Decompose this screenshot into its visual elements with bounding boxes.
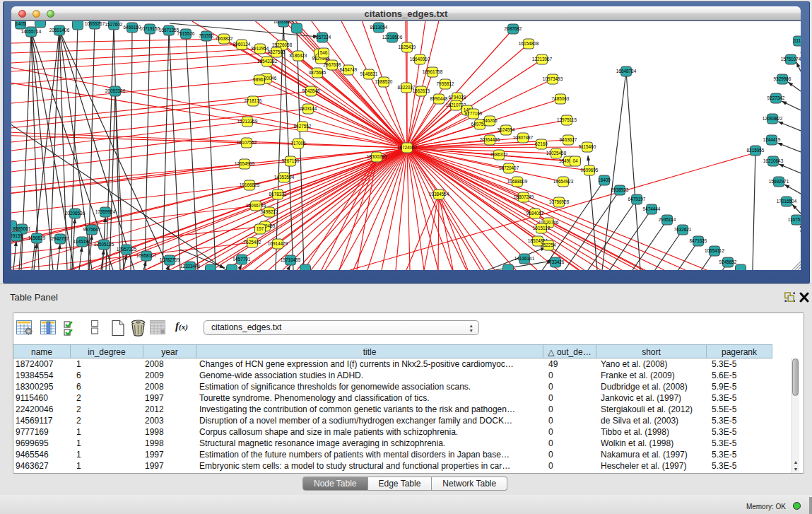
svg-text:1615112: 1615112 xyxy=(533,226,551,230)
svg-text:9242848: 9242848 xyxy=(302,88,320,93)
svg-text:3624554: 3624554 xyxy=(498,127,515,132)
svg-text:3875685: 3875685 xyxy=(309,70,326,75)
svg-text:98961: 98961 xyxy=(253,77,266,82)
svg-text:751552: 751552 xyxy=(199,33,214,38)
svg-text:12213967: 12213967 xyxy=(532,57,553,62)
svg-text:2803144: 2803144 xyxy=(300,106,317,111)
svg-text:16210643: 16210643 xyxy=(763,158,784,163)
svg-text:16640910: 16640910 xyxy=(410,57,430,62)
svg-text:1362615: 1362615 xyxy=(413,88,430,93)
svg-text:20364436: 20364436 xyxy=(480,137,500,142)
svg-text:16033809: 16033809 xyxy=(273,21,294,24)
svg-text:1733426: 1733426 xyxy=(547,259,565,264)
svg-text:15692971: 15692971 xyxy=(769,179,789,184)
svg-text:12323446: 12323446 xyxy=(180,264,201,269)
svg-text:8813054: 8813054 xyxy=(370,25,388,30)
svg-text:15720407: 15720407 xyxy=(499,165,519,170)
svg-text:3267150: 3267150 xyxy=(282,158,300,163)
svg-text:12213369: 12213369 xyxy=(237,119,258,124)
svg-text:9329966: 9329966 xyxy=(774,76,792,81)
svg-text:20053346: 20053346 xyxy=(105,88,126,93)
svg-text:8186323: 8186323 xyxy=(290,53,307,58)
svg-text:9115460: 9115460 xyxy=(579,144,596,149)
svg-text:1825419: 1825419 xyxy=(399,45,416,49)
svg-text:8960124: 8960124 xyxy=(233,42,251,47)
svg-text:16648784: 16648784 xyxy=(616,69,637,74)
svg-text:10756928: 10756928 xyxy=(549,199,570,204)
svg-text:16543382: 16543382 xyxy=(257,59,278,64)
svg-text:14353594: 14353594 xyxy=(274,175,295,180)
svg-text:717006: 717006 xyxy=(290,141,306,146)
svg-text:9777169: 9777169 xyxy=(465,111,483,116)
svg-text:17654905: 17654905 xyxy=(235,161,255,166)
svg-text:7485063: 7485063 xyxy=(552,96,570,101)
svg-text:18807249: 18807249 xyxy=(514,194,534,199)
svg-text:9684067: 9684067 xyxy=(526,211,544,216)
svg-text:10719155: 10719155 xyxy=(140,26,160,31)
svg-text:10025458: 10025458 xyxy=(546,151,567,156)
svg-text:16782759: 16782759 xyxy=(160,257,180,262)
svg-text:1405: 1405 xyxy=(16,21,26,26)
svg-text:10654112: 10654112 xyxy=(705,248,724,253)
svg-text:20206536: 20206536 xyxy=(65,211,86,216)
svg-text:2942737: 2942737 xyxy=(52,236,69,241)
svg-text:0699695: 0699695 xyxy=(581,168,599,173)
svg-text:18300295: 18300295 xyxy=(367,154,387,159)
svg-text:2087682: 2087682 xyxy=(505,26,522,31)
svg-text:15226058: 15226058 xyxy=(272,42,293,47)
svg-text:12975115: 12975115 xyxy=(557,117,577,122)
svg-text:8678332: 8678332 xyxy=(269,192,287,197)
svg-text:6794028: 6794028 xyxy=(449,95,466,100)
svg-text:746266: 746266 xyxy=(482,118,498,123)
svg-text:17957225: 17957225 xyxy=(117,247,137,252)
svg-text:20691406: 20691406 xyxy=(49,28,70,33)
svg-text:16914479: 16914479 xyxy=(268,241,288,246)
svg-text:8990448: 8990448 xyxy=(430,96,448,101)
svg-text:04: 04 xyxy=(572,158,578,163)
svg-text:7515526: 7515526 xyxy=(177,31,195,36)
svg-text:12505135: 12505135 xyxy=(94,242,114,247)
svg-text:7357224: 7357224 xyxy=(314,35,331,40)
svg-text:1244419: 1244419 xyxy=(763,137,781,142)
svg-text:7955812: 7955812 xyxy=(437,81,454,86)
svg-text:62160: 62160 xyxy=(535,141,548,146)
svg-text:1527602: 1527602 xyxy=(105,22,123,27)
svg-text:3498222: 3498222 xyxy=(261,209,278,214)
svg-text:1145194: 1145194 xyxy=(73,239,91,244)
svg-text:8215955: 8215955 xyxy=(747,148,765,153)
svg-text:9474444: 9474444 xyxy=(643,206,661,211)
svg-text:16409: 16409 xyxy=(598,177,611,182)
svg-text:6466160: 6466160 xyxy=(124,25,141,30)
svg-text:10807487: 10807487 xyxy=(513,135,534,140)
svg-text:16154808: 16154808 xyxy=(519,41,539,46)
svg-text:9975667: 9975667 xyxy=(83,227,101,232)
svg-text:10973493: 10973493 xyxy=(543,76,563,81)
svg-text:19654923: 19654923 xyxy=(553,179,574,184)
svg-text:2967608: 2967608 xyxy=(324,62,341,67)
svg-text:16107552: 16107552 xyxy=(237,140,257,145)
svg-text:9327500: 9327500 xyxy=(268,49,286,54)
svg-text:10655267: 10655267 xyxy=(85,21,105,26)
svg-text:9457791: 9457791 xyxy=(233,257,251,262)
svg-text:6479197: 6479197 xyxy=(628,197,646,201)
svg-text:16961758: 16961758 xyxy=(423,69,443,74)
svg-text:15751074: 15751074 xyxy=(781,57,801,62)
svg-text:8427552: 8427552 xyxy=(294,124,312,129)
svg-text:12218506: 12218506 xyxy=(382,35,403,40)
svg-text:1112: 1112 xyxy=(794,38,801,43)
svg-text:10688609: 10688609 xyxy=(507,179,528,184)
svg-text:7663822: 7663822 xyxy=(216,36,233,41)
svg-text:16671355: 16671355 xyxy=(159,28,180,33)
svg-text:17016504: 17016504 xyxy=(777,199,797,204)
svg-text:9227342: 9227342 xyxy=(767,95,785,100)
svg-text:9463627: 9463627 xyxy=(560,137,577,142)
svg-text:7625402: 7625402 xyxy=(244,240,261,245)
svg-text:16046746: 16046746 xyxy=(246,203,266,208)
svg-text:10958107: 10958107 xyxy=(136,253,157,258)
svg-text:2935114: 2935114 xyxy=(659,217,676,222)
svg-text:157: 157 xyxy=(257,226,264,231)
svg-text:17359924: 17359924 xyxy=(95,209,116,214)
svg-text:2718176: 2718176 xyxy=(245,98,262,103)
svg-text:1156829: 1156829 xyxy=(28,235,46,240)
svg-text:19384554: 19384554 xyxy=(429,192,449,197)
